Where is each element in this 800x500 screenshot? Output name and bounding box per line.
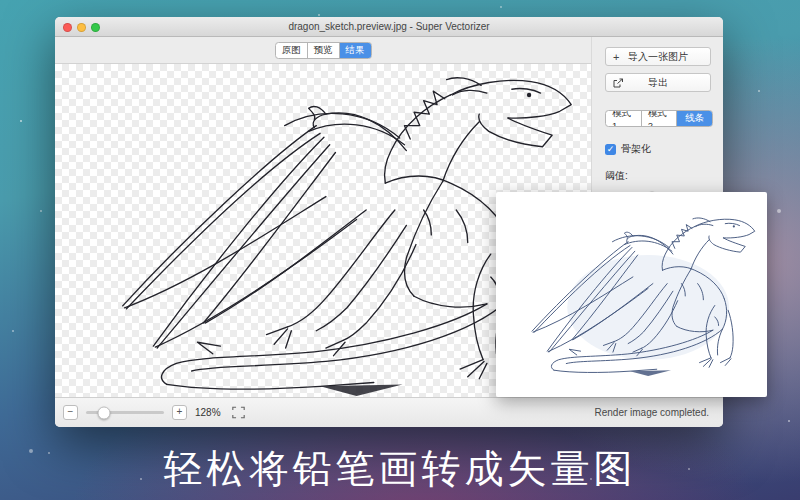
status-bar: − + 128% Render image completed. (55, 397, 723, 427)
minus-icon: − (68, 406, 74, 417)
tab-line-mode[interactable]: 线条 (677, 111, 712, 126)
minimize-icon[interactable] (77, 23, 86, 32)
zoom-level-value: 128% (195, 407, 221, 418)
tab-source[interactable]: 原图 (276, 43, 308, 58)
window-title: dragon_sketch.preview.jpg - Super Vector… (288, 21, 489, 32)
tab-result[interactable]: 结果 (340, 43, 371, 58)
tab-preview[interactable]: 预览 (308, 43, 340, 58)
threshold-label: 阈值: (605, 169, 711, 183)
zoom-window-icon[interactable] (91, 23, 100, 32)
checkmark-icon: ✓ (607, 145, 615, 154)
skeletonize-row: ✓ 骨架化 (605, 142, 711, 156)
zoom-slider[interactable] (86, 411, 164, 414)
zoom-in-button[interactable]: + (172, 405, 187, 420)
desktop: dragon_sketch.preview.jpg - Super Vector… (0, 0, 800, 500)
fit-screen-button[interactable] (231, 405, 246, 420)
render-status-text: Render image completed. (594, 407, 709, 418)
star-field (20, 120, 22, 122)
mode-tabs: 模式 1 模式 2 线条 (605, 110, 713, 127)
close-icon[interactable] (63, 23, 72, 32)
tab-mode-1[interactable]: 模式 1 (606, 111, 642, 126)
view-tabs: 原图 预览 结果 (275, 42, 372, 59)
export-label: 导出 (648, 76, 668, 90)
skeletonize-checkbox[interactable]: ✓ (605, 144, 616, 155)
plus-icon: + (613, 51, 619, 62)
zoom-out-button[interactable]: − (63, 405, 78, 420)
marketing-caption: 轻松将铅笔画转成矢量图 (0, 442, 800, 496)
original-dragon-sketch (503, 200, 760, 390)
export-icon (613, 78, 624, 88)
import-image-button[interactable]: + 导入一张图片 (605, 47, 711, 66)
traffic-lights (63, 23, 100, 32)
fit-screen-icon (232, 406, 245, 419)
plus-icon: + (177, 406, 183, 417)
original-sketch-card (496, 192, 767, 397)
title-bar[interactable]: dragon_sketch.preview.jpg - Super Vector… (55, 17, 723, 37)
import-image-label: 导入一张图片 (628, 50, 688, 64)
export-button[interactable]: 导出 (605, 73, 711, 92)
skeletonize-label: 骨架化 (621, 142, 651, 156)
tab-mode-2[interactable]: 模式 2 (642, 111, 678, 126)
view-tab-strip: 原图 预览 结果 (55, 37, 591, 64)
zoom-slider-thumb[interactable] (97, 406, 110, 419)
